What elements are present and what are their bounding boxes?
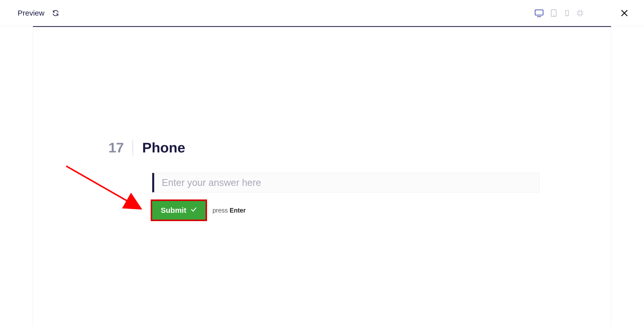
submit-hint-key: Enter xyxy=(230,207,246,214)
progress-rule xyxy=(33,26,611,27)
desktop-device-icon[interactable] xyxy=(534,8,544,18)
question-number: 17 xyxy=(108,139,124,156)
tablet-device-icon[interactable] xyxy=(549,8,558,18)
top-bar-right xyxy=(534,8,629,18)
answer-input[interactable] xyxy=(162,177,532,188)
close-icon[interactable] xyxy=(620,9,629,18)
preview-stage: 17 Phone Submit press Enter xyxy=(0,26,644,326)
question-actions: Submit press Enter xyxy=(152,201,536,220)
submit-hint-prefix: press xyxy=(213,207,230,214)
top-bar: Preview xyxy=(0,0,644,26)
top-bar-left: Preview xyxy=(18,9,59,17)
collapse-icon[interactable] xyxy=(576,9,584,17)
answer-input-wrap[interactable] xyxy=(152,173,540,192)
question-block: 17 Phone Submit press Enter xyxy=(108,139,536,220)
preview-title: Preview xyxy=(18,9,45,17)
question-divider xyxy=(133,140,133,155)
check-icon xyxy=(190,206,197,215)
question-header: 17 Phone xyxy=(108,139,536,156)
svg-point-3 xyxy=(553,15,554,16)
preview-canvas: 17 Phone Submit press Enter xyxy=(33,26,611,326)
submit-button[interactable]: Submit xyxy=(152,201,206,220)
svg-point-5 xyxy=(567,15,567,15)
submit-hint: press Enter xyxy=(213,207,246,214)
mobile-device-icon[interactable] xyxy=(564,8,571,18)
submit-button-label: Submit xyxy=(161,206,186,215)
refresh-icon[interactable] xyxy=(52,10,59,17)
svg-rect-0 xyxy=(535,10,543,15)
question-title: Phone xyxy=(142,139,185,156)
